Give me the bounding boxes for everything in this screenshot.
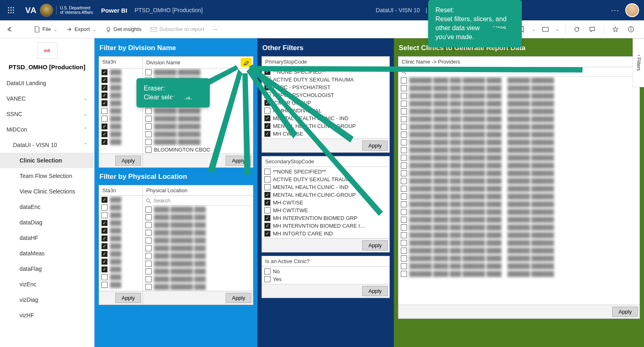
get-insights[interactable]: Get insights xyxy=(106,26,142,32)
checkbox[interactable] xyxy=(101,108,108,114)
checkbox[interactable] xyxy=(145,268,152,275)
checkbox[interactable] xyxy=(401,201,407,207)
checkbox[interactable] xyxy=(264,176,270,182)
bookmark-chevron-icon[interactable]: ⌄ xyxy=(532,26,536,32)
list-item[interactable]: ███ xyxy=(99,196,143,204)
filters-pane-toggle[interactable]: ‹ Filters xyxy=(633,38,644,87)
checkbox[interactable] xyxy=(101,212,108,218)
checkbox[interactable] xyxy=(264,215,270,221)
list-item[interactable]: MH CWT/SE xyxy=(262,130,389,138)
list-item[interactable]: BLOOMINGTON CBOC xyxy=(143,146,253,154)
nav-item[interactable]: dataHF xyxy=(0,230,94,246)
checkbox[interactable] xyxy=(401,255,407,261)
comment-icon[interactable] xyxy=(587,24,598,35)
list-item[interactable]: ███ xyxy=(99,99,143,107)
checkbox[interactable] xyxy=(145,108,152,114)
checkbox[interactable] xyxy=(145,245,152,251)
checkbox[interactable] xyxy=(401,77,407,83)
list-item[interactable]: ██████ ████ ███ ██████ ████ ██████ █████… xyxy=(398,115,640,123)
list-item[interactable]: ████ ██████ ███ xyxy=(143,275,253,283)
list-item[interactable]: ██████ ████ ███ ██████ ████ ██████ █████… xyxy=(398,193,640,200)
eraser-button[interactable] xyxy=(241,58,251,67)
list-item[interactable]: ██████ ████ ███ ██████ ████ ██████ █████… xyxy=(398,185,640,193)
list-item[interactable]: Yes xyxy=(262,275,389,283)
checkbox[interactable] xyxy=(101,259,108,265)
list-item[interactable]: ████ ██████ ███ xyxy=(143,268,253,275)
search-clinics[interactable] xyxy=(398,67,640,77)
list-item[interactable]: ███ xyxy=(99,242,143,250)
list-item[interactable]: MENTAL HEALTH CLINIC-GROUP xyxy=(262,122,389,130)
list-item[interactable]: ████ ██████ ███ xyxy=(143,229,253,237)
apply-active[interactable]: Apply xyxy=(362,286,388,296)
checkbox[interactable] xyxy=(145,230,152,236)
nav-item[interactable]: SSNC⌄ xyxy=(0,106,94,122)
list-item[interactable]: ██████ ████ ███ ██████ ████ ██████ █████… xyxy=(398,239,640,247)
list-item[interactable]: ██████ ████ ███ ██████ ████ ██████ █████… xyxy=(398,100,640,108)
nav-item[interactable]: vizHF xyxy=(0,307,94,323)
list-item[interactable]: ██████ ██████ xyxy=(143,107,253,115)
checkbox[interactable] xyxy=(401,263,407,269)
list-item[interactable]: ███ xyxy=(99,235,143,242)
list-item[interactable]: ██████ ██████ xyxy=(143,68,253,76)
checkbox[interactable] xyxy=(264,223,270,229)
apply-sta3n-loc[interactable]: Apply xyxy=(115,293,141,303)
checkbox[interactable] xyxy=(145,131,152,137)
more-toolbar-icon[interactable]: ··· xyxy=(213,26,218,32)
list-item[interactable]: MH CWT/SE xyxy=(262,199,389,206)
apply-divname[interactable]: Apply xyxy=(226,156,251,166)
list-item[interactable]: ██████ ████ ███ ██████ ████ ██████ █████… xyxy=(398,162,640,169)
checkbox[interactable] xyxy=(401,163,407,169)
export-menu[interactable]: Export ⌄ xyxy=(66,26,97,32)
checkbox[interactable] xyxy=(145,116,152,122)
list-item[interactable]: ███ xyxy=(99,266,143,273)
list-item[interactable]: ███ xyxy=(99,84,143,92)
checkbox[interactable] xyxy=(401,147,407,153)
checkbox[interactable] xyxy=(101,274,108,280)
list-item[interactable]: ██████ ██████ xyxy=(143,138,253,146)
user-avatar[interactable] xyxy=(625,3,639,17)
list-item[interactable]: ██████ ████ ███ ██████ ████ ██████ █████… xyxy=(398,262,640,270)
checkbox[interactable] xyxy=(264,200,270,206)
checkbox[interactable] xyxy=(264,184,270,190)
list-item[interactable]: ██████ ████ ███ ██████ ████ ██████ █████… xyxy=(398,270,640,278)
list-item[interactable]: ███ xyxy=(99,138,143,146)
apply-sta3n-div[interactable]: Apply xyxy=(115,156,141,166)
checkbox[interactable] xyxy=(401,139,407,145)
list-item[interactable]: **NONE SPECIFIED** xyxy=(262,68,389,76)
list-item[interactable]: ██████ ████ ███ ██████ ████ ██████ █████… xyxy=(398,216,640,224)
checkbox[interactable] xyxy=(264,92,270,98)
checkbox[interactable] xyxy=(401,193,407,200)
checkbox[interactable] xyxy=(101,69,108,75)
list-item[interactable]: ██████ ██████ xyxy=(143,130,253,138)
checkbox[interactable] xyxy=(401,209,407,215)
nav-item[interactable]: dataDiag xyxy=(0,215,94,230)
list-item[interactable]: ██████ ████ ███ ██████ ████ ██████ █████… xyxy=(398,77,640,84)
apply-location[interactable]: Apply xyxy=(226,293,251,303)
list-item[interactable]: ACTIVE DUTY SEXUAL TRAUMA xyxy=(262,176,389,183)
list-item[interactable]: ██████ ████ ███ ██████ ████ ██████ █████… xyxy=(398,255,640,262)
list-item[interactable]: ██████ ████ ███ ██████ ████ ██████ █████… xyxy=(398,208,640,216)
checkbox[interactable] xyxy=(401,232,407,238)
checkbox[interactable] xyxy=(101,228,108,234)
checkbox[interactable] xyxy=(101,139,108,145)
checkbox[interactable] xyxy=(101,92,108,99)
list-item[interactable]: HBPC - PSYCHOLOGIST xyxy=(262,91,389,99)
checkbox[interactable] xyxy=(145,237,152,244)
list-item[interactable]: ████ ██████ ███ xyxy=(143,260,253,268)
list-item[interactable]: ██████ ████ ███ ██████ ████ ██████ █████… xyxy=(398,138,640,146)
list-item[interactable]: ██████ ████ ███ ██████ ████ ██████ █████… xyxy=(398,146,640,154)
checkbox[interactable] xyxy=(264,115,270,121)
list-item[interactable]: ████ ██████ ███ xyxy=(143,252,253,260)
list-item[interactable]: ███ xyxy=(99,107,143,115)
list-item[interactable]: ███ xyxy=(99,76,143,84)
list-item[interactable]: ██████ ██████ xyxy=(143,115,253,123)
checkbox[interactable] xyxy=(401,124,407,130)
checkbox[interactable] xyxy=(145,139,152,145)
checkbox[interactable] xyxy=(264,84,270,90)
search-location[interactable]: Search xyxy=(143,196,253,206)
list-item[interactable]: ████ ██████ ███ xyxy=(143,237,253,244)
checkbox[interactable] xyxy=(264,207,270,213)
checkbox[interactable] xyxy=(264,69,270,75)
collapse-nav-icon[interactable] xyxy=(7,26,13,32)
nav-item[interactable]: vizEnc xyxy=(0,277,94,292)
